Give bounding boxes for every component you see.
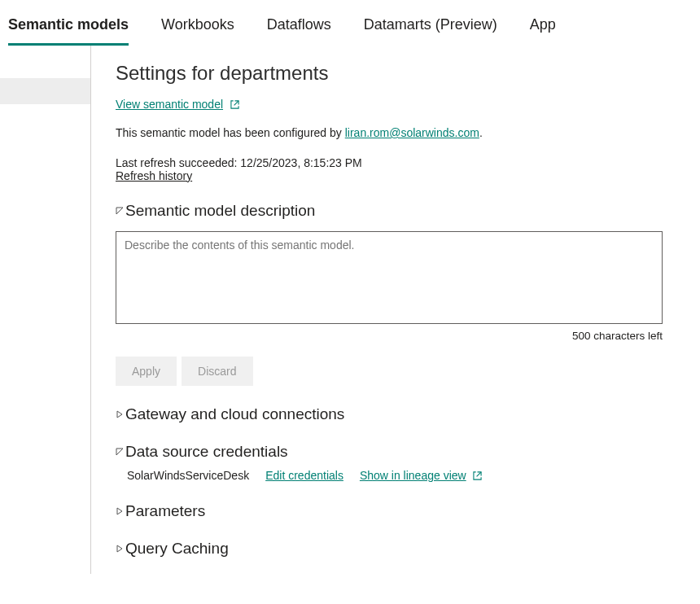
external-link-icon <box>230 100 239 109</box>
page-title: Settings for departments <box>116 62 653 85</box>
left-rail-selected-item[interactable] <box>0 78 90 104</box>
last-refresh-text: Last refresh succeeded: 12/25/2023, 8:15… <box>116 156 653 169</box>
left-rail <box>0 46 91 574</box>
tab-workbooks[interactable]: Workbooks <box>161 16 234 46</box>
refresh-history-link[interactable]: Refresh history <box>116 169 192 182</box>
settings-content: Settings for departments View semantic m… <box>91 46 677 574</box>
tab-app[interactable]: App <box>530 16 556 46</box>
data-source-name: SolarWindsServiceDesk <box>127 469 249 482</box>
section-header-gateway[interactable]: Gateway and cloud connections <box>116 405 653 423</box>
section-title-gateway: Gateway and cloud connections <box>125 405 344 423</box>
configured-by-suffix: . <box>479 126 483 139</box>
section-title-query-caching: Query Caching <box>125 540 229 558</box>
chevron-expanded-icon <box>116 448 124 456</box>
configured-by-prefix: This semantic model has been configured … <box>116 126 345 139</box>
section-header-parameters[interactable]: Parameters <box>116 502 653 520</box>
chevron-collapsed-icon <box>116 507 124 515</box>
characters-left: 500 characters left <box>116 330 663 342</box>
chevron-expanded-icon <box>116 207 124 215</box>
view-semantic-model-link[interactable]: View semantic model <box>116 98 223 111</box>
discard-button[interactable]: Discard <box>182 357 252 386</box>
section-title-parameters: Parameters <box>125 502 205 520</box>
description-textarea[interactable] <box>116 231 663 324</box>
show-lineage-link[interactable]: Show in lineage view <box>360 469 466 482</box>
section-title-ds-credentials: Data source credentials <box>125 443 288 461</box>
chevron-collapsed-icon <box>116 545 124 553</box>
chevron-collapsed-icon <box>116 410 124 418</box>
configured-by-email[interactable]: liran.rom@solarwinds.com <box>345 126 479 139</box>
tab-dataflows[interactable]: Dataflows <box>267 16 331 46</box>
external-link-icon <box>473 470 482 483</box>
section-header-ds-credentials[interactable]: Data source credentials <box>116 443 653 461</box>
section-header-query-caching[interactable]: Query Caching <box>116 540 653 558</box>
tab-semantic-models[interactable]: Semantic models <box>8 16 129 46</box>
section-title-description: Semantic model description <box>125 202 315 220</box>
settings-tabs: Semantic models Workbooks Dataflows Data… <box>0 0 700 46</box>
configured-by-line: This semantic model has been configured … <box>116 125 653 142</box>
tab-datamarts[interactable]: Datamarts (Preview) <box>364 16 497 46</box>
data-source-row: SolarWindsServiceDesk Edit credentials S… <box>116 469 653 483</box>
apply-button[interactable]: Apply <box>116 357 177 386</box>
section-header-description[interactable]: Semantic model description <box>116 202 653 220</box>
edit-credentials-link[interactable]: Edit credentials <box>265 469 343 482</box>
